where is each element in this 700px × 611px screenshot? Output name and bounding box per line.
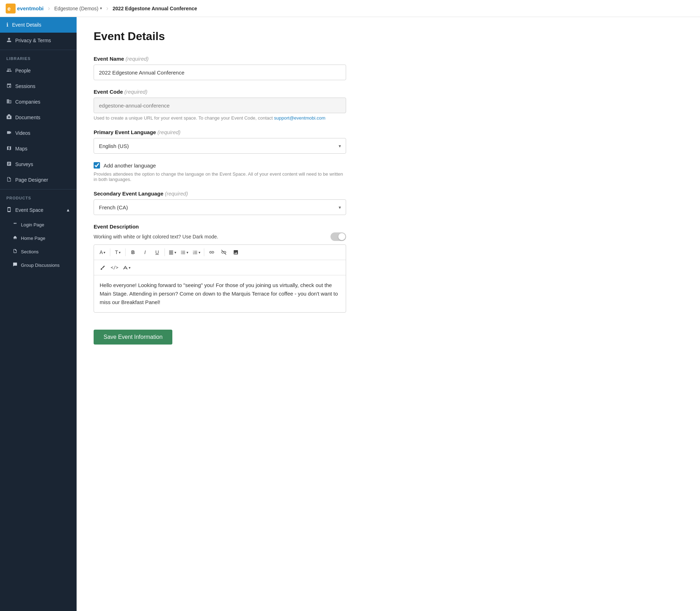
rte-sep-1 — [110, 248, 110, 256]
breadcrumb-sep2: › — [106, 5, 109, 12]
event-code-label: Event Code (required) — [94, 89, 683, 95]
surveys-icon — [6, 161, 12, 167]
event-space-icon — [6, 207, 12, 213]
page-designer-icon — [6, 177, 12, 183]
maps-icon — [6, 145, 12, 152]
sidebar-item-page-designer[interactable]: Page Designer — [0, 172, 77, 188]
sidebar-sub-item-sections[interactable]: Sections — [0, 245, 77, 258]
rte-text-type-button[interactable]: T ▾ — [112, 247, 123, 258]
event-description-section: Event Description Working with white or … — [94, 224, 683, 313]
toggle-knob — [338, 233, 345, 240]
rte-color-button[interactable]: ▾ — [121, 262, 132, 273]
sidebar-item-event-details[interactable]: ℹ Event Details — [0, 17, 77, 33]
primary-language-select-wrapper: English (US) ▾ — [94, 138, 346, 154]
group-discussions-icon — [13, 262, 17, 268]
user-icon — [6, 37, 12, 44]
rte-image-button[interactable] — [230, 247, 241, 258]
people-icon — [6, 67, 12, 74]
sidebar-item-sessions[interactable]: Sessions — [0, 78, 77, 94]
sidebar-item-event-space[interactable]: Event Space ▲ — [0, 202, 77, 218]
save-event-button[interactable]: Save Event Information — [94, 330, 172, 345]
secondary-language-label: Secondary Event Language (required) — [94, 191, 683, 197]
rte-font-size-button[interactable]: A ▾ — [97, 247, 108, 258]
dark-mode-row: Working with white or light colored text… — [94, 232, 346, 241]
rte-unlink-button[interactable] — [218, 247, 229, 258]
videos-icon — [6, 130, 12, 136]
rte-bullet-button[interactable]: ▾ — [179, 247, 190, 258]
rte-content-area[interactable]: Hello everyone! Looking forward to "seei… — [94, 275, 346, 312]
add-language-hint: Provides attendees the option to change … — [94, 171, 346, 182]
add-language-section: Add another language Provides attendees … — [94, 162, 683, 182]
info-icon: ℹ — [6, 22, 9, 28]
rte-sep-2 — [125, 248, 126, 256]
breadcrumb-org[interactable]: Edgestone (Demos) ▾ — [54, 6, 102, 11]
rte-align-button[interactable]: ▾ — [167, 247, 178, 258]
sidebar-sub-item-home-page[interactable]: Home Page — [0, 231, 77, 245]
breadcrumb-sep1: › — [48, 5, 50, 12]
sections-icon — [13, 249, 17, 254]
logo-icon: e — [6, 4, 16, 13]
secondary-language-select[interactable]: French (CA) — [94, 199, 346, 215]
rte-bold-button[interactable]: B — [127, 247, 139, 258]
secondary-language-select-wrapper: French (CA) ▾ — [94, 199, 346, 215]
primary-language-label: Primary Event Language (required) — [94, 129, 683, 135]
page-title: Event Details — [94, 30, 683, 43]
svg-line-2 — [221, 250, 226, 254]
primary-language-select[interactable]: English (US) — [94, 138, 346, 154]
rte-underline-button[interactable]: U — [151, 247, 163, 258]
logo[interactable]: e eventmobi — [6, 4, 44, 13]
rte-brush-button[interactable] — [97, 262, 108, 273]
sidebar: ℹ Event Details Privacy & Terms LIBRARIE… — [0, 17, 77, 611]
chevron-up-icon: ▲ — [66, 208, 70, 213]
event-name-section: Event Name (required) — [94, 56, 683, 80]
sidebar-item-maps[interactable]: Maps — [0, 141, 77, 156]
support-email-link[interactable]: support@eventmobi.com — [274, 115, 326, 121]
sidebar-item-surveys[interactable]: Surveys — [0, 156, 77, 172]
companies-icon — [6, 99, 12, 105]
rte-ordered-button[interactable]: ▾ — [191, 247, 202, 258]
rte-sep-4 — [204, 248, 204, 256]
rte-sep-3 — [165, 248, 165, 256]
rte-toolbar-row2: </> ▾ — [94, 260, 346, 275]
secondary-language-section: Secondary Event Language (required) Fren… — [94, 191, 683, 215]
svg-text:e: e — [7, 6, 11, 12]
event-code-input[interactable] — [94, 98, 346, 113]
libraries-label: LIBRARIES — [0, 51, 77, 63]
sidebar-sub-item-login-page[interactable]: Login Page — [0, 218, 77, 231]
sidebar-item-people[interactable]: People — [0, 63, 77, 78]
rte-italic-button[interactable]: I — [139, 247, 151, 258]
rte-link-button[interactable] — [206, 247, 217, 258]
home-page-icon — [13, 235, 17, 241]
sidebar-sub-item-group-discussions[interactable]: Group Discussions — [0, 258, 77, 272]
documents-icon — [6, 114, 12, 121]
sidebar-item-documents[interactable]: Documents — [0, 110, 77, 125]
event-description-label: Event Description — [94, 224, 683, 230]
breadcrumb-event: 2022 Edgestone Annual Conference — [113, 6, 197, 11]
logo-text: eventmobi — [17, 5, 44, 11]
dark-mode-label: Working with white or light colored text… — [94, 234, 218, 240]
add-language-checkbox-label[interactable]: Add another language — [104, 163, 156, 169]
rich-text-editor: A ▾ T ▾ B I U — [94, 244, 346, 313]
rte-toolbar: A ▾ T ▾ B I U — [94, 245, 346, 260]
sessions-icon — [6, 83, 12, 89]
event-code-hint: Used to create a unique URL for your eve… — [94, 115, 346, 121]
add-language-checkbox[interactable] — [94, 162, 100, 169]
dark-mode-toggle[interactable] — [330, 232, 346, 241]
event-code-section: Event Code (required) Used to create a u… — [94, 89, 683, 121]
main-content: Event Details Event Name (required) Even… — [77, 17, 700, 611]
products-label: PRODUCTS — [0, 191, 77, 202]
add-language-row: Add another language — [94, 162, 683, 169]
event-name-input[interactable] — [94, 65, 346, 80]
rte-code-button[interactable]: </> — [109, 262, 120, 273]
topnav: e eventmobi › Edgestone (Demos) ▾ › 2022… — [0, 0, 700, 17]
login-page-icon — [13, 222, 17, 227]
sidebar-item-privacy-terms[interactable]: Privacy & Terms — [0, 33, 77, 48]
primary-language-section: Primary Event Language (required) Englis… — [94, 129, 683, 154]
sidebar-item-companies[interactable]: Companies — [0, 94, 77, 110]
sidebar-item-videos[interactable]: Videos — [0, 125, 77, 141]
event-name-label: Event Name (required) — [94, 56, 683, 62]
